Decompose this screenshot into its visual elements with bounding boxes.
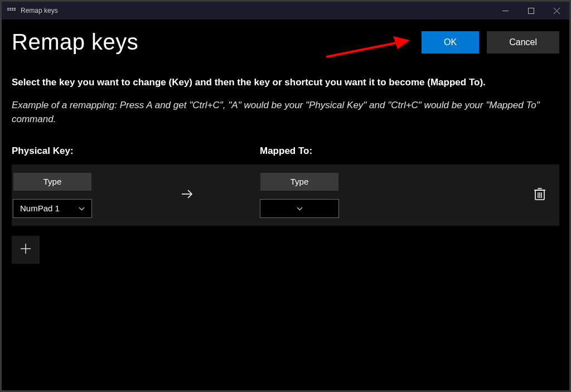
mapped-to-header: Mapped To: (260, 146, 312, 157)
delete-column (494, 187, 559, 203)
column-headers: Physical Key: Mapped To: (12, 146, 559, 157)
physical-key-header: Physical Key: (12, 146, 260, 157)
titlebar-controls (492, 2, 569, 20)
example-text: Example of a remapping: Press A and get … (12, 98, 559, 127)
mapped-key-dropdown[interactable] (260, 199, 339, 218)
window-title: Remap keys (21, 7, 58, 14)
mapped-type-button[interactable]: Type (260, 172, 339, 191)
chevron-down-icon (79, 205, 85, 212)
content: Remap keys OK Cancel Select the key you … (2, 20, 569, 274)
titlebar-left: Remap keys (7, 7, 58, 14)
page-title: Remap keys (12, 30, 138, 55)
keyboard-icon (7, 8, 16, 13)
physical-type-button[interactable]: Type (13, 172, 92, 191)
arrow-right-icon (180, 187, 195, 204)
header-buttons: OK Cancel (422, 31, 559, 54)
trash-icon[interactable] (534, 187, 546, 203)
titlebar: Remap keys (2, 2, 569, 20)
mapping-row: Type NumPad 1 Type (12, 164, 559, 226)
physical-key-dropdown[interactable]: NumPad 1 (13, 199, 92, 218)
physical-key-value: NumPad 1 (20, 204, 60, 213)
chevron-down-icon (297, 205, 303, 212)
svg-rect-1 (528, 8, 534, 13)
add-mapping-button[interactable] (12, 236, 40, 264)
instruction-text: Select the key you want to change (Key) … (12, 76, 559, 89)
physical-key-column: Type NumPad 1 (12, 172, 168, 218)
ok-button[interactable]: OK (422, 31, 479, 54)
cancel-button[interactable]: Cancel (487, 31, 559, 54)
mapped-to-column: Type (260, 172, 494, 218)
minimize-button[interactable] (492, 2, 518, 20)
arrow-column (168, 187, 260, 204)
header-row: Remap keys OK Cancel (12, 30, 559, 55)
plus-icon (20, 242, 31, 258)
maximize-button[interactable] (518, 2, 544, 20)
close-button[interactable] (544, 2, 569, 20)
